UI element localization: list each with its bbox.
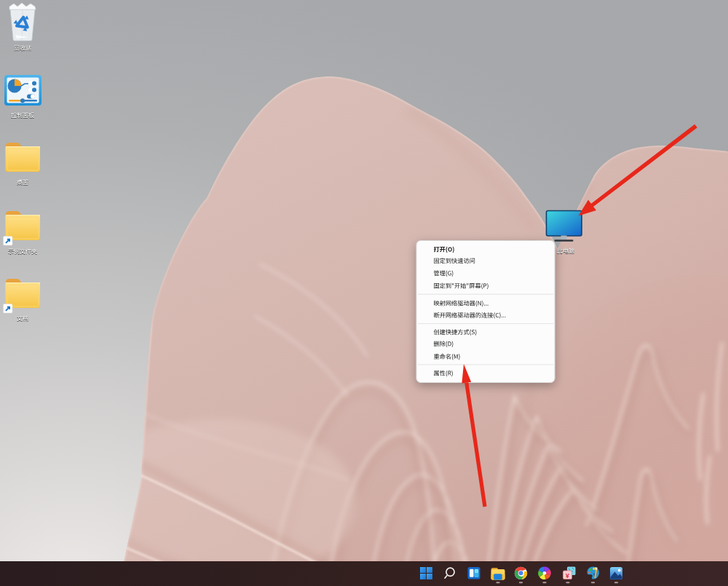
svg-text:¥: ¥ (566, 571, 570, 579)
